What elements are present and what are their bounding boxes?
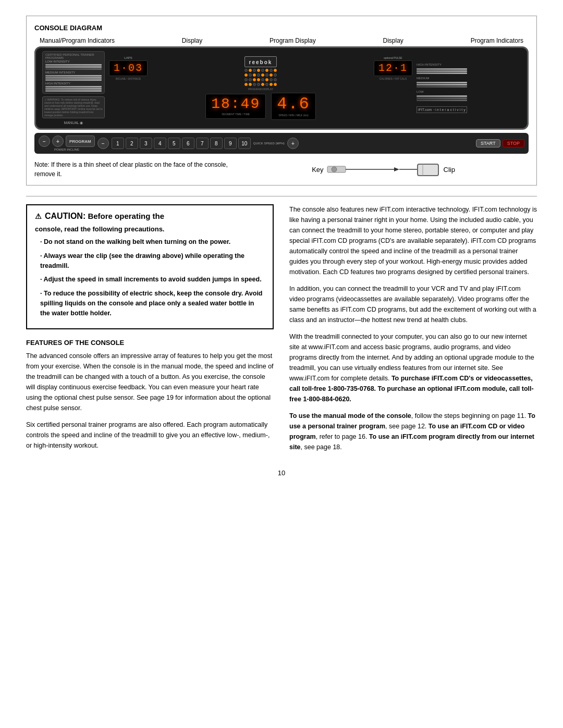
caution-triangle-icon: ⚠ (35, 212, 42, 220)
left-column: ⚠ CAUTION: Before operating the console,… (26, 204, 274, 459)
page-number: 10 (26, 469, 537, 477)
svg-marker-3 (394, 167, 399, 171)
caution-subheading: console, read the following precautions. (35, 225, 265, 233)
minus-incline-button[interactable]: − (39, 135, 50, 147)
num-btn-2[interactable]: 2 (126, 138, 138, 149)
center-panel: LAPS 1·03 INCLINE / DISTANCE reebok (109, 56, 412, 120)
label-program-display: Program Display (270, 37, 316, 44)
right-para-4: To use the manual mode of the console, f… (289, 411, 537, 452)
features-para-2: Six certified personal trainer programs … (26, 419, 274, 451)
start-button[interactable]: START (476, 139, 500, 147)
plus-incline-button[interactable]: + (52, 135, 64, 147)
num-btn-8[interactable]: 8 (210, 138, 223, 149)
number-buttons: 1 2 3 4 5 6 7 8 9 10 (112, 138, 251, 149)
caution-item-2: Always wear the clip (see the drawing ab… (35, 251, 265, 271)
key-clip-arrow-diagram (326, 159, 441, 180)
high-intensity-block: HIGH INTENSITY MEDIUM LOW (417, 63, 467, 113)
key-clip-diagram: Key Clip (238, 159, 529, 180)
minus-speed-button[interactable]: − (97, 138, 109, 149)
incline-value: 1·03 (114, 63, 143, 73)
manual-label: MANUAL ◉ (42, 121, 105, 125)
num-btn-9[interactable]: 9 (224, 138, 237, 149)
num-btn-1[interactable]: 1 (112, 138, 124, 149)
caution-item-3: Adjust the speed in small increments to … (35, 275, 265, 285)
right-para-1: The console also features new iFIT.com i… (289, 204, 537, 277)
caution-box: ⚠ CAUTION: Before operating the console,… (26, 204, 274, 329)
incline-display: LAPS 1·03 INCLINE / DISTANCE (109, 56, 148, 80)
reebok-logo: reebok (244, 56, 277, 67)
power-incline-label: POWER INCLINE (54, 148, 79, 151)
num-btn-10[interactable]: 10 (238, 138, 251, 149)
speed-value: 4.6 (277, 96, 310, 113)
num-btn-5[interactable]: 5 (168, 138, 180, 149)
ifit-logo: iFIT.com · i n t e r a c t i v i t y (417, 106, 467, 113)
console-note: Note: If there is a thin sheet of clear … (34, 160, 228, 179)
num-btn-4[interactable]: 4 (154, 138, 166, 149)
right-para-2: In addition, you can connect the treadmi… (289, 283, 537, 325)
console-diagram-title: CONSOLE DIAGRAM (34, 24, 529, 32)
caution-item-1: Do not stand on the walking belt when tu… (35, 237, 265, 247)
features-title: FEATURES OF THE CONSOLE (26, 339, 274, 347)
num-btn-7[interactable]: 7 (196, 138, 209, 149)
key-clip-row: Note: If there is a thin sheet of clear … (34, 159, 529, 180)
diagram-labels-row: Manual/Program Indicators Display Progra… (34, 37, 529, 44)
label-manual-program: Manual/Program Indicators (40, 37, 115, 44)
features-para-1: The advanced console offers an impressiv… (26, 351, 274, 413)
right-para-3: With the treadmill connected to your com… (289, 331, 537, 404)
main-divider (26, 196, 537, 196)
program-dots (244, 69, 277, 86)
svg-point-1 (332, 167, 337, 172)
svg-rect-5 (418, 164, 438, 176)
plus-speed-button[interactable]: + (287, 138, 299, 149)
program-button[interactable]: PROGRAM (66, 135, 95, 147)
calories-display: optional PULSE 12·1 CALORIES / FAT CALS (374, 56, 412, 80)
console-image: CERTIFIED PERSONAL TRAINER PROGRAMS LOW … (34, 46, 529, 130)
quick-speed-label: QUICK SPEED (MPH) (253, 142, 285, 145)
label-display1: Display (182, 37, 202, 44)
num-btn-3[interactable]: 3 (140, 138, 152, 149)
left-panel: CERTIFIED PERSONAL TRAINER PROGRAMS LOW … (42, 51, 105, 125)
main-time-display: 18:49 SEGMENT TIME / TIME (205, 94, 266, 119)
caution-header: ⚠ CAUTION: Before operating the (35, 212, 265, 221)
label-program-indicators: Program Indicators (471, 37, 523, 44)
bottom-controls: − + PROGRAM POWER INCLINE − 1 2 3 4 5 6 … (34, 133, 529, 154)
right-column: The console also features new iFIT.com i… (289, 204, 537, 459)
key-label: Key (312, 166, 323, 174)
clip-label: Clip (444, 166, 455, 174)
certified-programs-indicator: CERTIFIED PERSONAL TRAINER PROGRAMS LOW … (42, 51, 105, 94)
label-display2: Display (383, 37, 403, 44)
console-diagram-section: CONSOLE DIAGRAM Manual/Program Indicator… (26, 16, 537, 186)
caution-item-4: To reduce the possibility of electric sh… (35, 289, 265, 318)
warning-box: ⚠ WARNING: To reduce risk of serious inj… (42, 96, 105, 118)
main-content: ⚠ CAUTION: Before operating the console,… (26, 204, 537, 459)
time-value: 18:49 (211, 97, 260, 112)
stop-button[interactable]: STOP (503, 139, 524, 147)
num-btn-6[interactable]: 6 (182, 138, 194, 149)
pulse-value: 12·1 (378, 63, 408, 73)
right-panel: HIGH INTENSITY MEDIUM LOW (417, 63, 521, 113)
speed-display: 4.6 SPEED / MIN / MILE (km) (271, 93, 316, 120)
caution-list: Do not stand on the walking belt when tu… (35, 237, 265, 318)
